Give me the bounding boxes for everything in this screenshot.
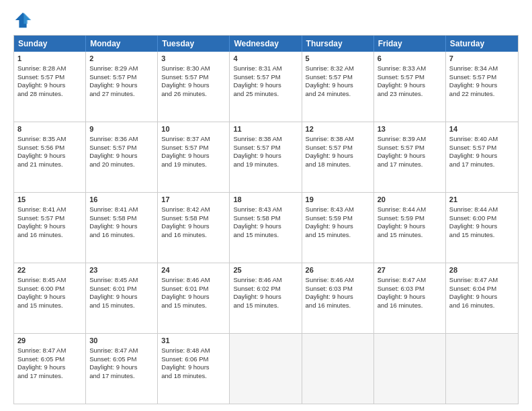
calendar-day-3: 3Sunrise: 8:30 AMSunset: 5:57 PMDaylight… <box>158 52 230 122</box>
day-number: 20 <box>378 195 442 205</box>
day-info-line: and 26 minutes. <box>161 90 226 99</box>
day-info-line: Sunrise: 8:45 AM <box>17 276 82 285</box>
day-info-line: Sunrise: 8:37 AM <box>161 135 226 144</box>
logo <box>13 11 35 30</box>
day-info-line: Daylight: 9 hours <box>89 222 154 231</box>
day-info-line: Daylight: 9 hours <box>449 81 515 90</box>
calendar-day-25: 25Sunrise: 8:46 AMSunset: 6:02 PMDayligh… <box>230 263 302 333</box>
day-info-line: Daylight: 9 hours <box>89 363 154 372</box>
day-info-line: Sunrise: 8:44 AM <box>449 205 515 214</box>
day-info-line: Sunrise: 8:31 AM <box>233 64 298 73</box>
day-info-line: Daylight: 9 hours <box>89 152 154 161</box>
day-info-line: Sunset: 6:06 PM <box>161 355 226 364</box>
day-info-line: and 15 minutes. <box>233 302 298 310</box>
page: SundayMondayTuesdayWednesdayThursdayFrid… <box>0 0 532 411</box>
day-info-line: and 16 minutes. <box>449 302 515 310</box>
day-info-line: Daylight: 9 hours <box>233 222 298 231</box>
day-info-line: and 25 minutes. <box>233 90 298 99</box>
day-info-line: Sunrise: 8:47 AM <box>378 276 442 285</box>
calendar-day-22: 22Sunrise: 8:45 AMSunset: 6:00 PMDayligh… <box>14 263 86 333</box>
day-info-line: Daylight: 9 hours <box>17 152 82 161</box>
calendar-day-21: 21Sunrise: 8:44 AMSunset: 6:00 PMDayligh… <box>446 193 518 263</box>
day-info-line: Sunset: 5:57 PM <box>161 73 226 82</box>
day-number: 9 <box>89 124 154 134</box>
calendar-empty-cell <box>302 334 374 404</box>
day-info-line: Daylight: 9 hours <box>17 293 82 302</box>
header-day-friday: Friday <box>374 36 446 52</box>
day-info-line: Sunset: 5:57 PM <box>449 144 515 152</box>
day-number: 14 <box>449 124 515 134</box>
calendar-body: 1Sunrise: 8:28 AMSunset: 5:57 PMDaylight… <box>14 52 518 404</box>
day-info-line: Sunset: 5:57 PM <box>378 73 442 82</box>
day-info-line: Sunset: 6:00 PM <box>449 214 515 223</box>
day-info-line: and 18 minutes. <box>306 161 370 169</box>
day-info-line: Daylight: 9 hours <box>161 152 226 161</box>
day-info-line: Sunrise: 8:44 AM <box>378 205 442 214</box>
day-info-line: and 16 minutes. <box>161 231 226 240</box>
day-info-line: Sunrise: 8:46 AM <box>306 276 370 285</box>
header-day-monday: Monday <box>86 36 158 52</box>
calendar-day-26: 26Sunrise: 8:46 AMSunset: 6:03 PMDayligh… <box>302 263 374 333</box>
day-info-line: Daylight: 9 hours <box>17 81 82 90</box>
day-info-line: Sunset: 5:58 PM <box>89 214 154 223</box>
day-info-line: Daylight: 9 hours <box>306 152 370 161</box>
day-info-line: and 17 minutes. <box>17 372 82 381</box>
day-info-line: Sunrise: 8:47 AM <box>17 347 82 355</box>
day-info-line: Sunset: 6:04 PM <box>449 285 515 293</box>
calendar-day-5: 5Sunrise: 8:32 AMSunset: 5:57 PMDaylight… <box>302 52 374 122</box>
day-info-line: Sunrise: 8:29 AM <box>89 64 154 73</box>
day-info-line: and 21 minutes. <box>17 161 82 169</box>
day-number: 26 <box>306 265 370 275</box>
day-info-line: and 19 minutes. <box>161 161 226 169</box>
calendar: SundayMondayTuesdayWednesdayThursdayFrid… <box>13 35 519 404</box>
day-info-line: Sunrise: 8:41 AM <box>89 205 154 214</box>
day-info-line: Sunset: 6:05 PM <box>89 355 154 364</box>
day-info-line: Sunrise: 8:43 AM <box>306 205 370 214</box>
calendar-day-9: 9Sunrise: 8:36 AMSunset: 5:57 PMDaylight… <box>86 122 158 192</box>
calendar-day-16: 16Sunrise: 8:41 AMSunset: 5:58 PMDayligh… <box>86 193 158 263</box>
day-info-line: Sunrise: 8:30 AM <box>161 64 226 73</box>
day-info-line: Sunset: 5:57 PM <box>17 73 82 82</box>
day-number: 7 <box>449 54 515 64</box>
day-number: 8 <box>17 124 82 134</box>
day-info-line: Sunset: 5:58 PM <box>161 214 226 223</box>
header-day-thursday: Thursday <box>302 36 374 52</box>
day-info-line: and 18 minutes. <box>161 372 226 381</box>
calendar-day-12: 12Sunrise: 8:38 AMSunset: 5:57 PMDayligh… <box>302 122 374 192</box>
day-info-line: and 28 minutes. <box>17 90 82 99</box>
day-info-line: Sunrise: 8:47 AM <box>449 276 515 285</box>
day-info-line: Sunset: 6:02 PM <box>233 285 298 293</box>
day-info-line: Daylight: 9 hours <box>449 222 515 231</box>
day-info-line: and 17 minutes. <box>378 161 442 169</box>
calendar-day-19: 19Sunrise: 8:43 AMSunset: 5:59 PMDayligh… <box>302 193 374 263</box>
day-number: 28 <box>449 265 515 275</box>
day-number: 22 <box>17 265 82 275</box>
day-number: 6 <box>378 54 442 64</box>
day-number: 29 <box>17 336 82 346</box>
calendar-day-7: 7Sunrise: 8:34 AMSunset: 5:57 PMDaylight… <box>446 52 518 122</box>
calendar-empty-cell <box>374 334 446 404</box>
day-number: 19 <box>306 195 370 205</box>
day-info-line: Sunset: 6:03 PM <box>378 285 442 293</box>
calendar-day-17: 17Sunrise: 8:42 AMSunset: 5:58 PMDayligh… <box>158 193 230 263</box>
calendar-empty-cell <box>230 334 302 404</box>
day-info-line: Daylight: 9 hours <box>306 222 370 231</box>
calendar-day-8: 8Sunrise: 8:35 AMSunset: 5:56 PMDaylight… <box>14 122 86 192</box>
day-number: 23 <box>89 265 154 275</box>
day-info-line: Sunset: 6:01 PM <box>89 285 154 293</box>
day-number: 13 <box>378 124 442 134</box>
calendar-day-30: 30Sunrise: 8:47 AMSunset: 6:05 PMDayligh… <box>86 334 158 404</box>
day-info-line: Sunset: 5:57 PM <box>306 144 370 152</box>
day-info-line: Daylight: 9 hours <box>161 222 226 231</box>
header-day-tuesday: Tuesday <box>158 36 230 52</box>
calendar-day-11: 11Sunrise: 8:38 AMSunset: 5:57 PMDayligh… <box>230 122 302 192</box>
day-info-line: and 24 minutes. <box>306 90 370 99</box>
day-info-line: Sunset: 6:01 PM <box>161 285 226 293</box>
day-info-line: Sunrise: 8:32 AM <box>306 64 370 73</box>
day-info-line: Daylight: 9 hours <box>378 293 442 302</box>
day-info-line: and 15 minutes. <box>306 231 370 240</box>
day-number: 11 <box>233 124 298 134</box>
day-info-line: Sunset: 5:57 PM <box>449 73 515 82</box>
day-info-line: Sunrise: 8:43 AM <box>233 205 298 214</box>
calendar-day-2: 2Sunrise: 8:29 AMSunset: 5:57 PMDaylight… <box>86 52 158 122</box>
